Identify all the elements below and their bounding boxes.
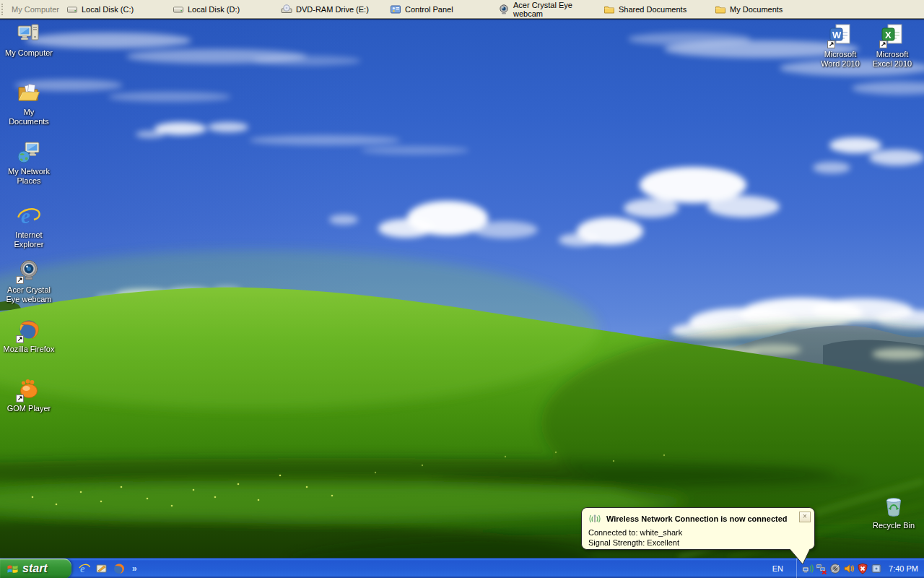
- language-indicator[interactable]: EN: [772, 564, 783, 573]
- desktop-icon-label: Internet Explorer: [3, 230, 55, 249]
- my-network-places-icon: [17, 140, 41, 165]
- touchpad-icon[interactable]: [871, 563, 882, 574]
- webcam-icon: [498, 4, 510, 15]
- toolbar-title: My Computer: [6, 5, 66, 14]
- internet-explorer-icon[interactable]: e: [78, 562, 91, 575]
- desktop-icon-label: Microsoft Word 2010: [814, 50, 866, 69]
- toolbar-item-label: Acer Crystal Eye webcam: [513, 1, 603, 18]
- wireless-notification-balloon: Wireless Network Connection is now conne…: [581, 507, 815, 550]
- desktop-icon-acer-webcam[interactable]: Acer Crystal Eye webcam: [3, 259, 55, 304]
- toolbar-item-label: Control Panel: [405, 5, 453, 14]
- toolbar-item-webcam[interactable]: Acer Crystal Eye webcam: [498, 1, 603, 17]
- desktop-icon-label: Recycle Bin: [873, 521, 915, 530]
- toolbar-item-label: DVD-RAM Drive (E:): [296, 5, 369, 14]
- toolbar-item-label: Local Disk (D:): [188, 5, 240, 14]
- desktop-icon-label: My Computer: [5, 48, 53, 58]
- taskbar: start e » EN: [0, 558, 924, 578]
- internet-explorer-icon: e: [17, 204, 41, 228]
- balloon-signal-strength: Signal Strength: Excellent: [582, 538, 814, 548]
- desktop-icon-excel-2010[interactable]: X Microsoft Excel 2010: [866, 23, 918, 69]
- toolbar-item-control-panel[interactable]: Control Panel: [390, 1, 498, 17]
- dvd-drive-icon: [281, 4, 292, 15]
- desktop-icon-label: Microsoft Excel 2010: [866, 50, 918, 69]
- desktop-icon-label: Acer Crystal Eye webcam: [3, 285, 55, 304]
- balloon-title: Wireless Network Connection is now conne…: [606, 514, 788, 523]
- desktop-icon-label: My Network Places: [3, 167, 55, 186]
- security-alert-icon[interactable]: [857, 563, 868, 574]
- desktop-icon-label: My Documents: [3, 108, 55, 126]
- toolbar-item-label: Shared Documents: [619, 5, 687, 14]
- shortcut-arrow-icon: [827, 40, 835, 48]
- toolbar-item-label: Local Disk (C:): [82, 5, 134, 14]
- balloon-title-row: Wireless Network Connection is now conne…: [582, 508, 814, 525]
- desktop-screen: My Computer Local Disk (C:) Local Disk (…: [0, 0, 924, 578]
- control-panel-icon: [390, 4, 401, 15]
- svg-text:W: W: [832, 30, 842, 40]
- svg-text:X: X: [885, 30, 892, 40]
- shortcut-arrow-icon: [16, 276, 24, 284]
- balloon-tail: [787, 548, 811, 565]
- desktop-icon-my-documents[interactable]: My Documents: [3, 81, 55, 126]
- desktop-icon-my-network-places[interactable]: My Network Places: [3, 140, 55, 186]
- taskbar-clock[interactable]: 7:40 PM: [889, 564, 918, 573]
- desktop-icon-label: Mozilla Firefox: [4, 345, 55, 354]
- show-desktop-icon[interactable]: [95, 562, 108, 575]
- desktop-icon-internet-explorer[interactable]: e Internet Explorer: [3, 204, 55, 249]
- toolbar-item-label: My Documents: [730, 5, 783, 14]
- recycle-bin-icon: [881, 494, 906, 519]
- quick-launch-bar: e »: [78, 558, 137, 578]
- balloon-close-button[interactable]: ×: [799, 512, 811, 522]
- toolbar-item-my-documents[interactable]: My Documents: [715, 1, 924, 17]
- shortcut-arrow-icon: [16, 394, 24, 402]
- shortcut-arrow-icon: [16, 335, 24, 343]
- disk-icon: [173, 4, 184, 15]
- network-disconnected-icon[interactable]: [816, 563, 827, 574]
- folder-icon: [603, 4, 615, 15]
- bliss-wallpaper: [0, 19, 924, 558]
- svg-text:e: e: [21, 204, 30, 228]
- toolbar-item-local-disk-c[interactable]: Local Disk (C:): [66, 1, 173, 17]
- start-button-label: start: [22, 562, 55, 575]
- desktop-icon-label: GOM Player: [7, 404, 51, 413]
- quick-launch-overflow-chevron[interactable]: »: [132, 564, 137, 574]
- desktop-icon-my-computer[interactable]: My Computer: [3, 22, 55, 58]
- audio-device-icon[interactable]: [829, 563, 841, 574]
- desktop-icon-word-2010[interactable]: W Microsoft Word 2010: [814, 23, 866, 69]
- wireless-signal-icon: [588, 513, 602, 525]
- my-documents-icon: [17, 81, 41, 105]
- disk-icon: [66, 4, 78, 15]
- windows-flag-icon: [6, 564, 19, 574]
- firefox-icon[interactable]: [113, 562, 126, 575]
- toolbar-item-local-disk-d[interactable]: Local Disk (D:): [173, 1, 281, 17]
- toolbar-item-shared-documents[interactable]: Shared Documents: [603, 1, 715, 17]
- shortcut-arrow-icon: [879, 40, 887, 48]
- folder-icon: [715, 4, 726, 15]
- my-computer-icon: [17, 22, 41, 46]
- my-computer-toolbar: My Computer Local Disk (C:) Local Disk (…: [0, 0, 924, 19]
- toolbar-item-dvd-drive[interactable]: DVD-RAM Drive (E:): [281, 1, 390, 17]
- start-button[interactable]: start: [0, 558, 71, 578]
- balloon-connected-to: Connected to: white_shark: [582, 528, 814, 538]
- desktop-icon-recycle-bin[interactable]: Recycle Bin: [868, 494, 920, 530]
- volume-icon[interactable]: [843, 563, 855, 574]
- desktop-icon-gom-player[interactable]: GOM Player: [3, 377, 55, 413]
- desktop-icon-mozilla-firefox[interactable]: Mozilla Firefox: [3, 318, 55, 354]
